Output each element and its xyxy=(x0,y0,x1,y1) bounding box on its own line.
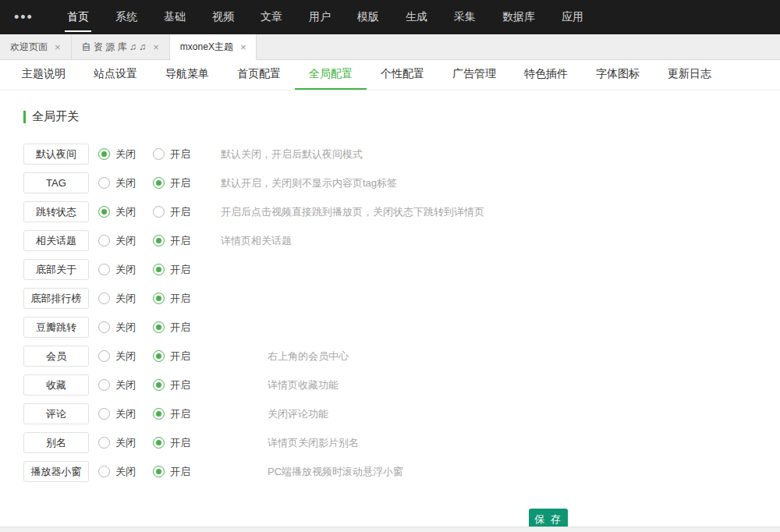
radio-label: 关闭 xyxy=(115,176,136,190)
radio-option-on[interactable]: 开启 xyxy=(153,465,198,479)
radio-option-off[interactable]: 关闭 xyxy=(98,205,144,219)
subnav-item-4[interactable]: 全局配置 xyxy=(295,60,367,90)
radio-off-icon[interactable] xyxy=(98,148,110,160)
radio-label: 开启 xyxy=(170,407,190,421)
tab-1[interactable]: 自 资 源 库 ♫ ♫× xyxy=(72,34,170,59)
nav-item-2[interactable]: 基础 xyxy=(151,0,199,34)
nav-item-6[interactable]: 模版 xyxy=(344,0,392,34)
radio-off-icon[interactable] xyxy=(98,437,110,449)
radio-option-off[interactable]: 关闭 xyxy=(98,147,144,161)
tab-label: mxoneX主题 xyxy=(180,41,233,54)
nav-item-3[interactable]: 视频 xyxy=(199,0,247,34)
radio-off-icon[interactable] xyxy=(98,235,110,246)
radio-option-on[interactable]: 开启 xyxy=(153,147,198,161)
radio-option-off[interactable]: 关闭 xyxy=(98,436,144,450)
radio-label: 关闭 xyxy=(115,263,136,277)
setting-label: 相关话题 xyxy=(23,230,89,251)
nav-item-0[interactable]: 首页 xyxy=(54,0,102,34)
tab-0[interactable]: 欢迎页面× xyxy=(0,34,72,59)
radio-on-icon[interactable] xyxy=(153,379,165,391)
subnav-item-5[interactable]: 个性配置 xyxy=(367,60,438,90)
subnav-item-9[interactable]: 更新日志 xyxy=(654,60,725,90)
radio-option-on[interactable]: 开启 xyxy=(153,349,198,364)
setting-row-3: 相关话题关闭开启详情页相关话题 xyxy=(23,226,780,255)
radio-on-icon[interactable] xyxy=(153,350,165,362)
radio-on-icon[interactable] xyxy=(153,408,165,420)
radio-on-icon[interactable] xyxy=(153,293,165,304)
nav-item-7[interactable]: 生成 xyxy=(392,0,441,34)
setting-desc: 右上角的会员中心 xyxy=(268,349,349,364)
radio-on-icon[interactable] xyxy=(153,148,165,160)
radio-on-icon[interactable] xyxy=(153,177,165,189)
radio-label: 关闭 xyxy=(115,147,136,161)
radio-on-icon[interactable] xyxy=(153,235,165,246)
top-navbar: ••• 首页系统基础视频文章用户模版生成采集数据库应用 xyxy=(0,0,780,34)
subnav-item-6[interactable]: 广告管理 xyxy=(438,60,510,90)
radio-off-icon[interactable] xyxy=(98,177,110,189)
nav-item-5[interactable]: 用户 xyxy=(296,0,344,34)
radio-option-on[interactable]: 开启 xyxy=(153,205,198,219)
radio-option-on[interactable]: 开启 xyxy=(153,263,198,277)
nav-item-4[interactable]: 文章 xyxy=(247,0,296,34)
radio-off-icon[interactable] xyxy=(98,264,110,275)
radio-off-icon[interactable] xyxy=(98,379,110,391)
radio-on-icon[interactable] xyxy=(153,206,165,218)
tab-label: 自 资 源 库 ♫ ♫ xyxy=(82,41,147,54)
subnav-item-8[interactable]: 字体图标 xyxy=(582,60,654,90)
subnav-item-2[interactable]: 导航菜单 xyxy=(151,60,223,90)
radio-option-on[interactable]: 开启 xyxy=(153,436,198,450)
radio-option-off[interactable]: 关闭 xyxy=(98,321,144,335)
radio-on-icon[interactable] xyxy=(153,264,165,275)
radio-option-off[interactable]: 关闭 xyxy=(98,292,144,306)
horizontal-scrollbar[interactable] xyxy=(0,527,780,532)
radio-option-off[interactable]: 关闭 xyxy=(98,263,144,277)
setting-label: 底部关于 xyxy=(23,259,89,280)
tab-bar: 欢迎页面×自 资 源 库 ♫ ♫×mxoneX主题× xyxy=(0,34,780,60)
tab-close-icon[interactable]: × xyxy=(240,42,246,52)
setting-row-4: 底部关于关闭开启 xyxy=(23,255,780,284)
radio-off-icon[interactable] xyxy=(98,466,110,477)
nav-item-8[interactable]: 采集 xyxy=(441,0,489,34)
nav-item-1[interactable]: 系统 xyxy=(102,0,151,34)
radio-label: 开启 xyxy=(170,349,190,364)
radio-off-icon[interactable] xyxy=(98,321,110,333)
radio-off-icon[interactable] xyxy=(98,350,110,362)
radio-option-off[interactable]: 关闭 xyxy=(98,176,144,190)
radio-option-off[interactable]: 关闭 xyxy=(98,378,144,392)
section-title: 全局开关 xyxy=(23,109,780,124)
radio-option-off[interactable]: 关闭 xyxy=(98,465,144,479)
radio-label: 关闭 xyxy=(115,321,136,335)
radio-off-icon[interactable] xyxy=(98,206,110,218)
radio-off-icon[interactable] xyxy=(98,408,110,420)
setting-label: 评论 xyxy=(23,403,89,424)
tab-label: 欢迎页面 xyxy=(10,41,48,54)
radio-option-on[interactable]: 开启 xyxy=(153,176,198,190)
radio-on-icon[interactable] xyxy=(153,466,165,477)
more-menu-icon[interactable]: ••• xyxy=(0,0,48,34)
radio-on-icon[interactable] xyxy=(153,321,165,333)
radio-option-on[interactable]: 开启 xyxy=(153,321,198,335)
radio-option-on[interactable]: 开启 xyxy=(153,234,198,248)
theme-subnav: 主题说明站点设置导航菜单首页配置全局配置个性配置广告管理特色插件字体图标更新日志 xyxy=(0,60,780,90)
radio-label: 关闭 xyxy=(115,292,136,306)
subnav-item-0[interactable]: 主题说明 xyxy=(8,60,80,90)
subnav-item-1[interactable]: 站点设置 xyxy=(80,60,151,90)
tab-close-icon[interactable]: × xyxy=(55,42,61,52)
radio-on-icon[interactable] xyxy=(153,437,165,449)
tab-2[interactable]: mxoneX主题× xyxy=(170,34,257,60)
radio-option-on[interactable]: 开启 xyxy=(153,407,198,421)
radio-option-off[interactable]: 关闭 xyxy=(98,234,144,248)
radio-off-icon[interactable] xyxy=(98,293,110,304)
tab-close-icon[interactable]: × xyxy=(153,42,159,52)
setting-desc: 默认开启，关闭则不显示内容页tag标签 xyxy=(221,176,397,190)
nav-item-9[interactable]: 数据库 xyxy=(489,0,548,34)
subnav-item-7[interactable]: 特色插件 xyxy=(510,60,582,90)
setting-row-6: 豆瓣跳转关闭开启 xyxy=(23,313,780,342)
nav-item-10[interactable]: 应用 xyxy=(548,0,597,34)
radio-option-off[interactable]: 关闭 xyxy=(98,407,144,421)
radio-option-on[interactable]: 开启 xyxy=(153,292,198,306)
setting-label: 默认夜间 xyxy=(23,144,89,165)
subnav-item-3[interactable]: 首页配置 xyxy=(223,60,295,90)
radio-option-off[interactable]: 关闭 xyxy=(98,349,144,364)
radio-option-on[interactable]: 开启 xyxy=(153,378,198,392)
